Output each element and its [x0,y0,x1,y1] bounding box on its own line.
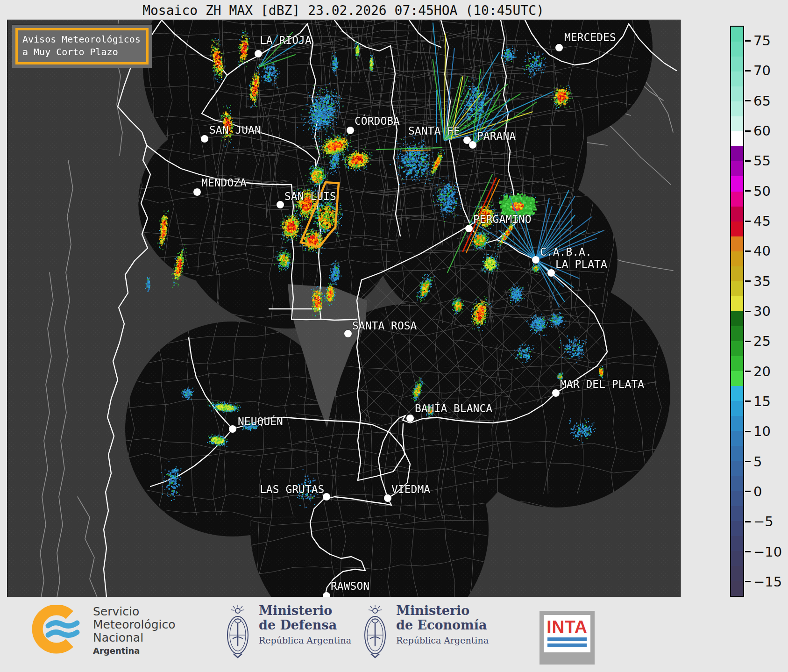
colorbar-segment [731,521,743,536]
colorbar-segment [731,341,743,356]
warning-line1: Avisos Meteorológicos [22,33,141,46]
colorbar-tick [745,250,751,252]
colorbar-segment [731,551,743,566]
colorbar-segment [731,86,743,101]
colorbar-segment [731,491,743,506]
colorbar-tick-label: 15 [753,393,771,409]
colorbar-segment [731,131,743,146]
colorbar-tick [745,221,751,222]
colorbar-tick-label: 45 [753,213,771,229]
radar-map: LA RIOJAMERCEDESSAN JUANCÓRDOBASANTA FEP… [7,20,681,598]
colorbar-segment [731,416,743,431]
ministry-country: República Argentina [259,635,351,645]
colorbar-tick-label: 50 [753,183,771,199]
colorbar-segment [731,461,743,476]
colorbar-tick [745,160,751,162]
colorbar-tick [745,521,751,522]
colorbar-segment [731,326,743,341]
colorbar-tick-label: 35 [753,273,771,289]
colorbar-segment [731,581,743,596]
smn-logo-icon [30,605,86,654]
colorbar-segment [731,176,743,191]
colorbar-segment [731,42,743,57]
inta-logo-icon: INTA [540,611,595,665]
colorbar-tick [745,40,751,42]
colorbar-tick [745,130,751,132]
smn-country: Argentina [93,646,176,656]
ministry-dept: de Economía [396,618,489,632]
colorbar-tick [745,400,751,402]
colorbar-tick-label: −10 [753,544,782,560]
reflectivity-colorbar: 757065605550454035302520151050−5−10−15 [730,26,788,597]
colorbar-segment [731,371,743,386]
colorbar-tick-label: 55 [753,153,771,169]
colorbar-tick-label: 60 [753,123,771,139]
colorbar-segment [731,566,743,581]
defensa-logo-text: Ministerio de Defensa República Argentin… [259,603,351,645]
product-title: Mosaico ZH MAX [dBZ] 23.02.2026 07:45HOA… [0,3,687,18]
colorbar-segment [731,161,743,176]
colorbar-segment [731,222,743,236]
colorbar-tick [745,431,751,432]
colorbar-tick-label: 20 [753,364,771,379]
smn-logo-text: Servicio Meteorológico Nacional Argentin… [93,605,176,656]
colorbar-segment [731,57,743,71]
inta-bar [547,643,587,647]
colorbar-segment [731,146,743,161]
coat-of-arms-icon [223,603,252,662]
colorbar-segment [731,192,743,207]
colorbar-segment [731,116,743,131]
colorbar-segment [731,311,743,326]
colorbar-tick [745,311,751,312]
colorbar-tick [745,371,751,372]
colorbar-segment [731,281,743,296]
colorbar-tick [745,280,751,282]
ministry-dept: de Defensa [259,618,351,632]
colorbar-tick [745,100,751,101]
economia-logo-block: Ministerio de Economía República Argenti… [361,603,489,662]
colorbar-tick-label: 10 [753,423,771,439]
inta-logo-block: INTA [540,611,595,665]
colorbar-tick-label: 40 [753,243,771,259]
colorbar-segment [731,476,743,491]
colorbar-segment [731,401,743,416]
colorbar-segment [731,356,743,371]
colorbar-tick-label: 75 [753,33,771,49]
inta-bar [547,637,587,641]
colorbar-segment [731,101,743,116]
footer-logos: Servicio Meteorológico Nacional Argentin… [0,597,788,672]
colorbar-segment [731,266,743,281]
smn-org-line: Meteorológico [93,618,176,631]
colorbar-segment [731,27,743,42]
radar-map-canvas [7,20,680,597]
colorbar-tick-label: −5 [753,514,774,529]
warning-line2: a Muy Corto Plazo [22,46,141,58]
colorbar-tick-label: −15 [753,574,782,590]
colorbar-segment [731,296,743,311]
colorbar-segment [731,236,743,251]
smn-org-line: Servicio [93,605,176,618]
ministry-name: Ministerio [396,603,489,618]
colorbar-segment [731,386,743,401]
colorbar-tick-label: 70 [753,63,771,79]
colorbar-tick [745,581,751,582]
colorbar-tick [745,491,751,492]
colorbar-tick [745,70,751,71]
colorbar-gradient [730,26,744,597]
colorbar-segment [731,446,743,461]
ministry-country: República Argentina [396,635,489,645]
colorbar-tick-label: 25 [753,333,771,349]
smn-logo-block: Servicio Meteorológico Nacional Argentin… [30,605,176,656]
inta-acronym: INTA [547,619,588,635]
warning-banner: Avisos Meteorológicos a Muy Corto Plazo [12,25,152,68]
colorbar-tick [745,461,751,462]
colorbar-tick-label: 0 [753,484,762,500]
colorbar-tick-label: 65 [753,93,771,109]
colorbar-segment [731,71,743,86]
colorbar-segment [731,251,743,266]
colorbar-tick [745,551,751,552]
colorbar-tick [745,190,751,192]
economia-logo-text: Ministerio de Economía República Argenti… [396,603,489,645]
colorbar-tick-label: 5 [753,454,762,470]
colorbar-segment [731,431,743,446]
